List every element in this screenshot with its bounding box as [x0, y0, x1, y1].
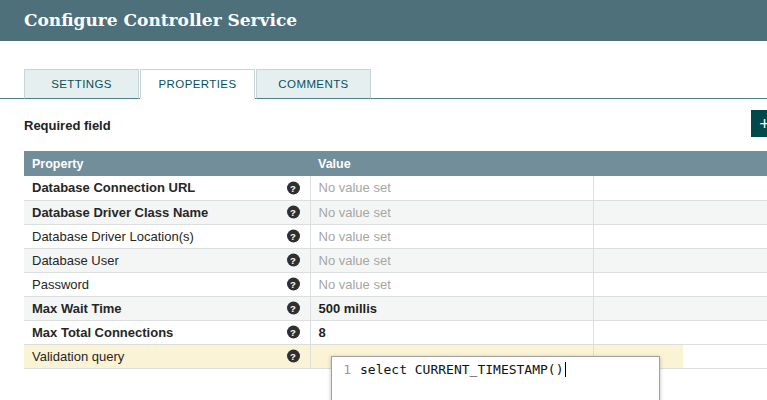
table-toolbar: Required field +: [24, 112, 767, 139]
property-name: Database Driver Location(s): [32, 229, 194, 244]
add-property-button[interactable]: +: [751, 110, 767, 137]
property-value[interactable]: No value set: [310, 272, 593, 296]
property-value[interactable]: 500 millis: [310, 296, 593, 320]
editor-code-input[interactable]: select CURRENT_TIMESTAMP(): [360, 362, 566, 400]
property-value[interactable]: 8: [310, 320, 593, 344]
property-name: Max Total Connections: [32, 325, 173, 340]
required-field-label: Required field: [24, 118, 111, 133]
row-filler: [593, 224, 767, 248]
property-row: Max Total Connections ? 8: [24, 320, 767, 344]
property-name: Database Driver Class Name: [32, 205, 208, 220]
property-row: Database Driver Location(s) ? No value s…: [24, 224, 767, 248]
help-icon[interactable]: ?: [287, 254, 300, 267]
table-header-row: Property Value: [24, 151, 767, 176]
properties-table: Property Value Database Connection URL ?…: [24, 151, 767, 369]
property-row: Max Wait Time ? 500 millis: [24, 296, 767, 320]
help-icon[interactable]: ?: [287, 302, 300, 315]
dialog-title: Configure Controller Service: [0, 0, 767, 41]
property-row: Database User ? No value set: [24, 248, 767, 272]
editor-line-number: 1: [332, 362, 360, 400]
row-filler: [593, 200, 767, 224]
property-name: Database User: [32, 253, 119, 268]
tab-settings[interactable]: SETTINGS: [24, 69, 139, 99]
help-icon[interactable]: ?: [287, 350, 300, 363]
text-caret: [565, 362, 566, 377]
properties-table-body: Database Connection URL ? No value set D…: [24, 176, 767, 368]
tab-comments[interactable]: COMMENTS: [256, 69, 371, 99]
row-filler: [593, 248, 767, 272]
value-editor-popup[interactable]: 1 select CURRENT_TIMESTAMP(): [331, 356, 660, 400]
help-icon[interactable]: ?: [287, 230, 300, 243]
property-name: Database Connection URL: [32, 180, 195, 195]
column-header-filler: [593, 151, 767, 176]
editor-code-text: select CURRENT_TIMESTAMP(): [360, 362, 564, 377]
property-value[interactable]: No value set: [310, 248, 593, 272]
tab-bar: SETTINGS PROPERTIES COMMENTS: [0, 69, 767, 99]
property-value[interactable]: No value set: [310, 176, 593, 200]
configure-controller-service-dialog: Configure Controller Service SETTINGS PR…: [0, 0, 767, 400]
row-filler: [593, 320, 767, 344]
property-row: Database Driver Class Name ? No value se…: [24, 200, 767, 224]
dialog-header: Configure Controller Service: [0, 0, 767, 41]
property-name: Validation query: [32, 349, 124, 364]
column-header-value: Value: [310, 151, 593, 176]
row-filler: [593, 296, 767, 320]
property-value[interactable]: No value set: [310, 224, 593, 248]
help-icon[interactable]: ?: [287, 278, 300, 291]
property-row: Password ? No value set: [24, 272, 767, 296]
property-name: Max Wait Time: [32, 301, 122, 316]
row-filler: [593, 176, 767, 200]
property-row: Database Connection URL ? No value set: [24, 176, 767, 200]
help-icon[interactable]: ?: [287, 181, 300, 194]
tab-properties[interactable]: PROPERTIES: [140, 69, 255, 99]
property-value[interactable]: No value set: [310, 200, 593, 224]
help-icon[interactable]: ?: [287, 326, 300, 339]
property-name: Password: [32, 277, 89, 292]
help-icon[interactable]: ?: [287, 206, 300, 219]
column-header-property: Property: [24, 151, 310, 176]
row-filler: [593, 272, 767, 296]
